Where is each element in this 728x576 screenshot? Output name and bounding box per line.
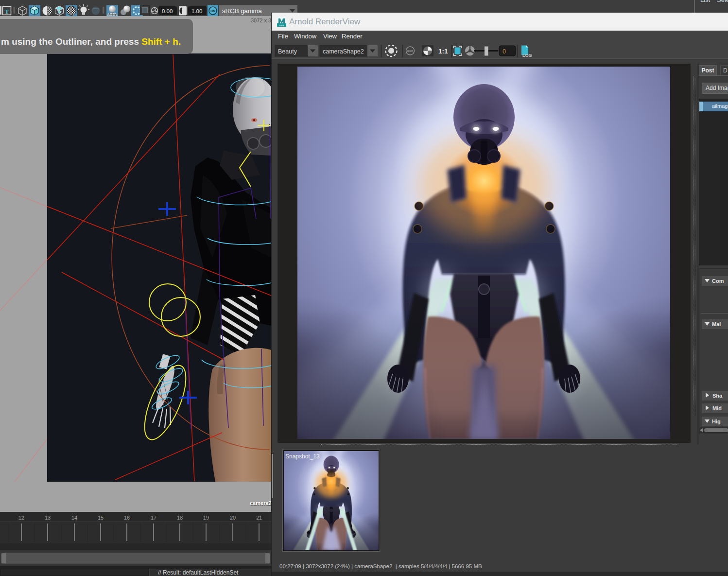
svg-text:sRGB gamma: sRGB gamma <box>222 7 262 15</box>
svg-text:Beauty: Beauty <box>278 48 297 55</box>
svg-text:12: 12 <box>18 515 24 521</box>
svg-text:MAYA: MAYA <box>279 24 284 27</box>
svg-text:0: 0 <box>503 48 506 55</box>
svg-text:16: 16 <box>124 515 130 521</box>
svg-text:17: 17 <box>151 515 156 521</box>
svg-text:21: 21 <box>256 515 262 521</box>
svg-text:1.00: 1.00 <box>191 8 202 14</box>
svg-text:LOG: LOG <box>522 53 532 58</box>
svg-text:ON: ON <box>210 9 215 13</box>
svg-text:cameraShape2: cameraShape2 <box>323 48 364 55</box>
svg-text:T: T <box>5 8 9 15</box>
svg-text:13: 13 <box>45 515 51 521</box>
svg-text:RGB: RGB <box>407 50 413 52</box>
svg-text:14: 14 <box>71 515 77 521</box>
svg-text:20: 20 <box>230 515 236 521</box>
svg-text:1:1: 1:1 <box>438 48 448 55</box>
svg-text:15: 15 <box>98 515 104 521</box>
svg-text:0.00: 0.00 <box>162 8 173 14</box>
svg-text:19: 19 <box>203 515 209 521</box>
svg-text:18: 18 <box>177 515 183 521</box>
